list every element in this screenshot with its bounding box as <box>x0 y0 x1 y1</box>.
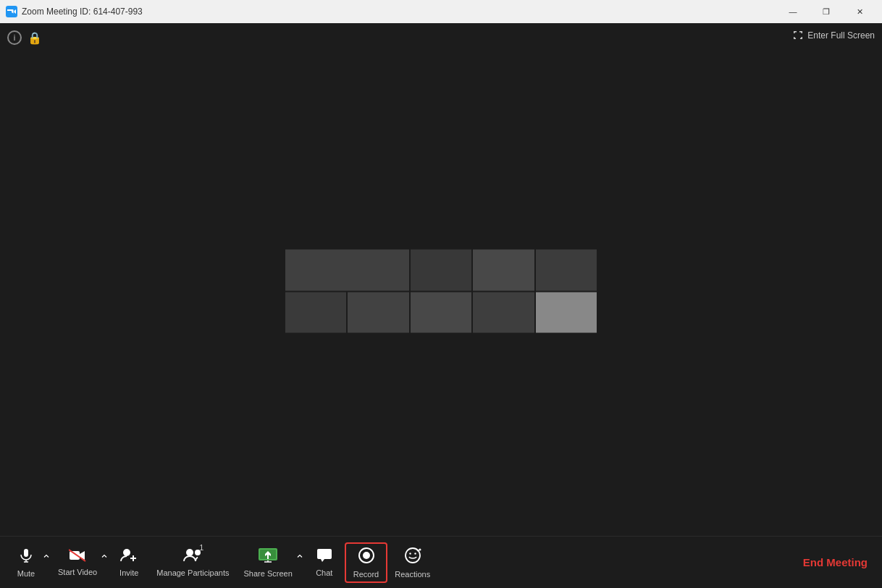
svg-point-22 <box>419 548 421 550</box>
video-group: Start Video <box>51 546 109 579</box>
manage-participants-button[interactable]: 1 Manage Participants <box>149 545 236 580</box>
video-tile <box>473 292 534 333</box>
end-meeting-button[interactable]: End Meeting <box>794 550 876 574</box>
reactions-label: Reactions <box>395 570 430 579</box>
video-tile <box>473 250 534 291</box>
share-screen-button[interactable]: Share Screen <box>237 545 300 581</box>
invite-button[interactable]: Invite <box>109 545 149 580</box>
title-controls: — ❐ ✕ <box>776 0 876 23</box>
lock-icon: 🔒 <box>28 31 42 45</box>
svg-rect-15 <box>317 549 332 559</box>
chat-label: Chat <box>316 568 332 577</box>
invite-label: Invite <box>119 568 138 577</box>
mute-button[interactable]: Mute <box>6 545 46 581</box>
share-screen-label: Share Screen <box>244 569 293 578</box>
close-button[interactable]: ✕ <box>843 0 876 23</box>
mic-icon <box>18 547 34 566</box>
svg-point-19 <box>409 553 411 554</box>
title-left: Zoom Meeting ID: 614-407-993 <box>6 6 143 17</box>
main-content: i 🔒 Enter Full Screen <box>0 23 882 588</box>
title-text: Zoom Meeting ID: 614-407-993 <box>22 7 143 17</box>
minimize-button[interactable]: — <box>776 0 810 23</box>
svg-rect-1 <box>24 549 28 557</box>
share-screen-group: Share Screen <box>237 545 304 581</box>
fullscreen-icon <box>793 30 803 41</box>
video-tile <box>348 292 408 333</box>
fullscreen-label: Enter Full Screen <box>807 30 875 41</box>
restore-button[interactable]: ❐ <box>810 0 843 23</box>
manage-participants-label: Manage Participants <box>156 568 229 577</box>
video-tile <box>536 250 597 291</box>
mute-label: Mute <box>17 569 35 578</box>
video-tile <box>285 292 346 333</box>
mute-group: Mute <box>6 545 51 581</box>
info-icon[interactable]: i <box>7 30 22 45</box>
zoom-logo-icon <box>6 6 17 17</box>
toolbar: Mute Start Video <box>0 536 882 588</box>
svg-point-20 <box>414 553 416 554</box>
chat-button[interactable]: Chat <box>304 545 345 580</box>
video-tile <box>285 250 409 291</box>
video-tile <box>411 292 471 333</box>
record-label: Record <box>353 570 379 579</box>
reactions-icon <box>404 547 421 567</box>
participant-count-badge: 1 <box>199 544 203 552</box>
video-tile <box>411 250 471 291</box>
title-bar: Zoom Meeting ID: 614-407-993 — ❐ ✕ <box>0 0 882 23</box>
video-tile <box>536 292 597 333</box>
svg-point-6 <box>123 549 130 556</box>
invite-icon <box>120 548 138 566</box>
start-video-label: Start Video <box>58 568 97 576</box>
svg-point-17 <box>363 552 370 559</box>
info-bar: i 🔒 <box>7 30 42 45</box>
svg-point-9 <box>186 549 193 556</box>
start-video-button[interactable]: Start Video <box>51 546 104 579</box>
chat-icon <box>316 548 332 566</box>
reactions-button[interactable]: Reactions <box>387 544 437 581</box>
share-screen-icon <box>258 547 278 566</box>
video-area <box>285 250 597 333</box>
record-button[interactable]: Record <box>345 542 387 583</box>
camera-slash-icon <box>69 549 86 565</box>
fullscreen-button[interactable]: Enter Full Screen <box>793 30 875 41</box>
record-icon <box>358 547 375 567</box>
participants-icon: 1 <box>183 548 202 566</box>
